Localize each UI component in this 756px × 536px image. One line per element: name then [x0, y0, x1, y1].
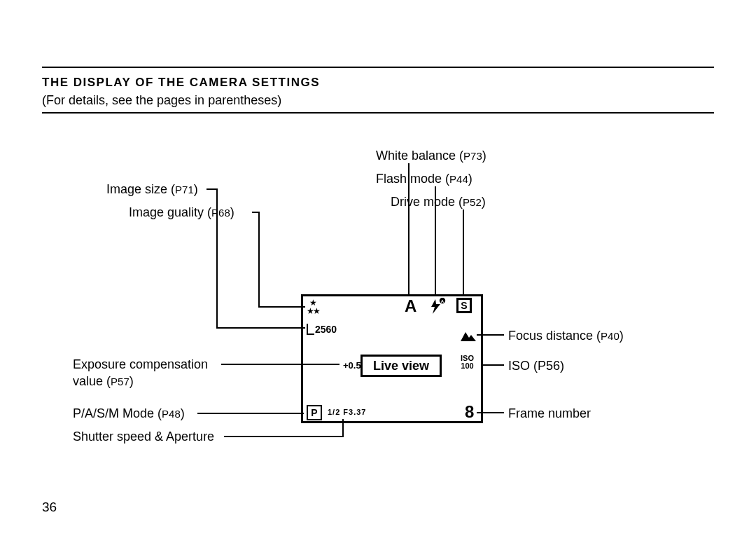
label-image-size: Image size (P71) [106, 182, 198, 197]
ev-compensation-value: +0.5 [343, 360, 361, 371]
image-size-value: 2560 [307, 324, 337, 335]
page-number: 36 [42, 500, 57, 515]
rule-top [42, 67, 714, 68]
size-bracket-icon [307, 324, 314, 335]
label-white-balance: White balance (P73) [376, 149, 486, 163]
label-ev-comp: Exposure compensation [73, 357, 208, 372]
label-iso: ISO (P56) [508, 359, 564, 373]
image-size-number: 2560 [315, 324, 337, 335]
label-pasm-mode: P/A/S/M Mode (P48) [73, 406, 185, 421]
quality-stars-icon-row2: ★★ [307, 306, 319, 316]
label-flash-mode: Flash mode (P44) [376, 172, 472, 186]
label-image-quality: Image guality (P68) [129, 205, 234, 220]
shutter-aperture-value: 1/2 F3.37 [328, 408, 366, 416]
svg-text:A: A [441, 299, 444, 303]
label-ev-comp-line2: value (P57) [73, 374, 134, 389]
section-title: THE DISPLAY OF THE CAMERA SETTINGS [42, 76, 320, 90]
white-balance-value: A [405, 296, 416, 316]
focus-distance-icon [460, 329, 477, 345]
section-subtitle: (For details, see the pages in parenthes… [42, 93, 281, 108]
iso-number: 100 [461, 362, 474, 370]
mode-indicator: P [307, 405, 322, 420]
label-frame-number: Frame number [508, 406, 591, 421]
live-view-badge: Live view [360, 355, 442, 377]
label-focus-distance: Focus distance (P40) [508, 329, 624, 343]
drive-mode-icon: S [456, 298, 472, 313]
page: THE DISPLAY OF THE CAMERA SETTINGS (For … [0, 0, 756, 536]
label-shutter-aperture: Shutter speed & Aperture [73, 430, 214, 444]
flash-icon: A [427, 298, 448, 317]
frame-number-value: 8 [465, 402, 474, 422]
label-drive-mode: Drive mode (P52) [391, 195, 486, 209]
iso-value: ISO 100 [461, 355, 474, 370]
rule-under-title [42, 112, 714, 114]
